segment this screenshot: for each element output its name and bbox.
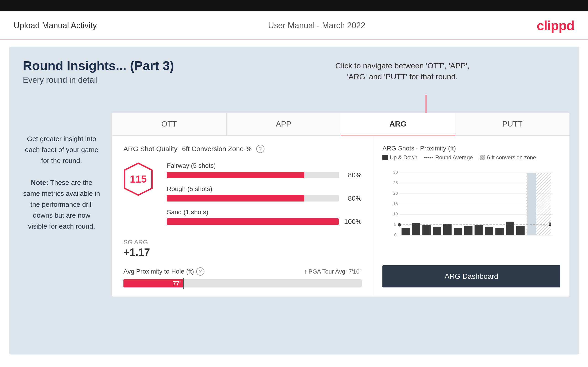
left-panel: ARG Shot Quality 6ft Conversion Zone % ?…	[112, 136, 373, 297]
rough-bar-track	[167, 195, 339, 201]
fairway-pct: 80%	[343, 171, 362, 179]
fairway-bar-fill	[167, 172, 304, 178]
shot-row-sand: Sand (1 shots) 100%	[167, 209, 362, 225]
svg-rect-25	[454, 228, 462, 235]
panel-subtitle: 6ft Conversion Zone %	[182, 145, 252, 153]
sand-bar-fill	[167, 218, 339, 225]
panel-title: ARG Shot Quality	[123, 145, 178, 153]
svg-text:5: 5	[394, 222, 397, 227]
right-panel: ARG Shots - Proximity (ft) Up & Down Rou…	[373, 136, 570, 297]
main-content: Round Insights... (Part 3) Every round i…	[9, 47, 579, 354]
hexagon-wrap: 115	[123, 162, 153, 196]
help-icon[interactable]: ?	[256, 145, 264, 153]
page-subtitle: Every round in detail	[23, 75, 565, 85]
right-panel-title: ARG Shots - Proximity (ft)	[382, 145, 456, 152]
hex-score-value: 115	[130, 174, 147, 185]
upload-manual-activity-label: Upload Manual Activity	[14, 21, 97, 30]
sand-pct: 100%	[343, 218, 362, 225]
proximity-section: Avg Proximity to Hole (ft) ? ↑ PGA Tour …	[123, 267, 362, 287]
legend-updown-icon	[382, 155, 388, 160]
fairway-label: Fairway (5 shots)	[167, 162, 362, 169]
svg-point-34	[398, 223, 401, 226]
svg-rect-29	[495, 228, 504, 235]
svg-rect-30	[506, 222, 514, 235]
proximity-header: Avg Proximity to Hole (ft) ? ↑ PGA Tour …	[123, 267, 362, 275]
copyright-label: Copyright Clippd 2021	[14, 366, 68, 367]
svg-rect-26	[464, 226, 473, 235]
tab-app[interactable]: APP	[227, 113, 341, 135]
proximity-help-icon[interactable]: ?	[196, 267, 204, 275]
proximity-bar-track: 77'	[123, 279, 362, 287]
chart-area: 0 5 10 15 20 25 30	[382, 167, 560, 261]
svg-text:15: 15	[393, 201, 398, 206]
tab-putt[interactable]: PUTT	[455, 113, 570, 135]
score-section: 115 Fairway (5 shots) 80%	[123, 162, 362, 232]
clippd-logo: clippd	[537, 18, 574, 33]
user-manual-label: User Manual - March 2022	[268, 21, 365, 30]
legend-round-avg-label: Round Average	[435, 154, 473, 161]
rough-pct: 80%	[343, 194, 362, 202]
sand-label: Sand (1 shots)	[167, 209, 362, 216]
right-panel-header: ARG Shots - Proximity (ft) Up & Down Rou…	[382, 145, 560, 161]
svg-rect-27	[475, 225, 483, 235]
rough-label: Rough (5 shots)	[167, 185, 362, 193]
svg-text:20: 20	[393, 191, 398, 196]
svg-text:0: 0	[394, 233, 397, 237]
pga-avg-label: ↑ PGA Tour Avg: 7'10"	[304, 268, 362, 275]
legend: Up & Down Round Average 6 ft conversion …	[382, 154, 536, 161]
legend-round-avg: Round Average	[424, 154, 473, 161]
sg-section: SG ARG +1.17	[123, 239, 362, 258]
svg-text:25: 25	[393, 180, 398, 185]
hexagon-score: 115	[123, 162, 153, 196]
tab-ott[interactable]: OTT	[112, 113, 227, 135]
svg-text:30: 30	[393, 170, 398, 175]
legend-updown-label: Up & Down	[390, 154, 417, 161]
fairway-bar-track	[167, 172, 339, 178]
legend-6ft: 6 ft conversion zone	[480, 154, 536, 161]
footer: Copyright Clippd 2021	[0, 361, 588, 367]
panel-header: ARG Shot Quality 6ft Conversion Zone % ?	[123, 145, 362, 153]
svg-rect-22	[422, 225, 431, 235]
legend-6ft-label: 6 ft conversion zone	[487, 154, 536, 161]
svg-text:10: 10	[393, 212, 398, 216]
tab-row: OTT APP ARG PUTT	[112, 113, 570, 136]
shot-quality-bars: Fairway (5 shots) 80% Rough (5 shots)	[167, 162, 362, 232]
legend-6ft-icon	[480, 155, 485, 160]
note-label: Note:	[31, 179, 48, 186]
tab-arg[interactable]: ARG	[341, 113, 455, 135]
chart-svg: 0 5 10 15 20 25 30	[382, 167, 560, 241]
proximity-title: Avg Proximity to Hole (ft) ?	[123, 267, 204, 275]
left-description: Get greater insight into each facet of y…	[23, 133, 100, 232]
dashboard-body: ARG Shot Quality 6ft Conversion Zone % ?…	[112, 136, 570, 297]
svg-rect-28	[485, 227, 493, 235]
svg-rect-32	[527, 173, 536, 235]
arg-dashboard-button[interactable]: ARG Dashboard	[382, 265, 560, 287]
page-title: Round Insights... (Part 3)	[23, 58, 565, 73]
shot-row-rough: Rough (5 shots) 80%	[167, 185, 362, 202]
svg-rect-31	[516, 226, 525, 235]
proximity-cursor	[183, 278, 184, 289]
top-bar	[0, 0, 588, 11]
svg-text:8: 8	[549, 221, 551, 227]
dashboard-card: OTT APP ARG PUTT ARG Shot Quality 6ft Co…	[112, 113, 570, 297]
nav-hint: Click to navigate between 'OTT', 'APP', …	[335, 60, 469, 82]
proximity-bar-fill: 77'	[123, 279, 183, 287]
sg-value: +1.17	[123, 246, 362, 258]
svg-rect-23	[433, 227, 441, 235]
svg-rect-20	[402, 228, 410, 235]
rough-bar-fill	[167, 195, 304, 201]
header: Upload Manual Activity User Manual - Mar…	[0, 11, 588, 40]
legend-updown: Up & Down	[382, 154, 417, 161]
shot-row-fairway: Fairway (5 shots) 80%	[167, 162, 362, 179]
sand-bar-track	[167, 218, 339, 225]
svg-rect-24	[443, 224, 452, 235]
sg-label: SG ARG	[123, 239, 362, 246]
legend-round-avg-icon	[424, 157, 433, 158]
